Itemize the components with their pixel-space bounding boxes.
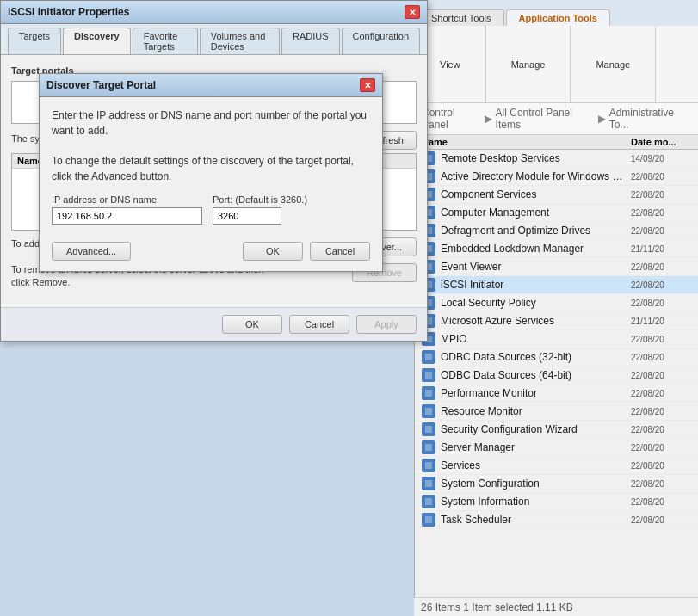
address-part2[interactable]: All Control Panel Items — [496, 107, 595, 131]
item-icon-14 — [422, 404, 435, 418]
svg-rect-12 — [425, 372, 432, 379]
item-date-16: 22/08/20 — [631, 443, 691, 453]
list-item[interactable]: ODBC Data Sources (64-bit) 22/08/20 — [415, 367, 698, 385]
item-date-3: 22/08/20 — [631, 208, 691, 218]
dialog-title: Discover Target Portal — [46, 79, 156, 91]
svg-rect-19 — [425, 498, 432, 505]
item-icon-16 — [422, 440, 435, 454]
status-bar: 26 Items 1 Item selected 1.11 KB — [414, 597, 698, 616]
iscsi-tab-favorite-targets[interactable]: Favorite Targets — [133, 28, 198, 54]
item-name-13: Performance Monitor — [441, 387, 626, 399]
dialog-footer-right: OK Cancel — [243, 242, 370, 261]
item-name-18: System Configuration — [441, 477, 626, 490]
svg-rect-14 — [425, 408, 432, 415]
dialog-body: Enter the IP address or DNS name and por… — [40, 97, 382, 271]
item-date-10: 22/08/20 — [631, 335, 691, 344]
svg-rect-18 — [425, 480, 432, 487]
iscsi-ok-btn[interactable]: OK — [222, 315, 282, 334]
address-bar: Control Panel ▶ All Control Panel Items … — [415, 103, 698, 135]
manage-group-2: Manage — [571, 26, 656, 103]
dialog-ok-btn[interactable]: OK — [243, 242, 303, 261]
list-item[interactable]: Task Scheduler 22/08/20 — [415, 511, 698, 529]
list-item[interactable]: Event Viewer 22/08/20 — [415, 258, 698, 276]
iscsi-tab-configuration[interactable]: Configuration — [342, 28, 420, 54]
list-item[interactable]: Computer Management 22/08/20 — [415, 204, 698, 222]
list-item[interactable]: Defragment and Optimize Drives 22/08/20 — [415, 222, 698, 240]
list-header: Name Date mo... — [415, 135, 698, 150]
item-name-15: Security Configuration Wizard — [441, 423, 626, 435]
dialog-titlebar: Discover Target Portal ✕ — [40, 74, 382, 97]
iscsi-tab-targets[interactable]: Targets — [8, 28, 61, 54]
list-item[interactable]: Active Directory Module for Windows Po..… — [415, 168, 698, 186]
item-icon-15 — [422, 422, 435, 436]
col-name-header[interactable]: Name — [422, 137, 631, 147]
item-icon-19 — [422, 495, 435, 508]
item-name-8: Local Security Policy — [441, 297, 626, 309]
list-item[interactable]: Embedded Lockdown Manager 21/11/20 — [415, 240, 698, 258]
list-item[interactable]: ODBC Data Sources (32-bit) 22/08/20 — [415, 348, 698, 367]
item-name-6: Event Viewer — [441, 261, 626, 273]
item-date-14: 22/08/20 — [631, 407, 691, 416]
ip-label: IP address or DNS name: — [52, 194, 202, 205]
address-arrow1: ▶ — [485, 113, 492, 125]
list-item[interactable]: MPIO 22/08/20 — [415, 330, 698, 348]
item-name-2: Component Services — [441, 188, 626, 200]
item-date-9: 21/11/20 — [631, 317, 691, 326]
item-date-15: 22/08/20 — [631, 425, 691, 434]
list-item[interactable]: Services 22/08/20 — [415, 457, 698, 475]
dialog-fields: IP address or DNS name: Port: (Default i… — [52, 194, 370, 225]
ribbon-tabs: Shortcut Tools Application Tools — [415, 0, 698, 26]
list-item[interactable]: System Information 22/08/20 — [415, 493, 698, 511]
iscsi-tab-volumes-and-devices[interactable]: Volumes and Devices — [200, 28, 280, 54]
manage-btn-2[interactable]: Manage — [588, 57, 638, 72]
list-item[interactable]: Local Security Policy 22/08/20 — [415, 294, 698, 312]
port-input[interactable] — [213, 207, 281, 225]
item-name-14: Resource Monitor — [441, 405, 626, 417]
svg-rect-17 — [425, 462, 432, 469]
dialog-close-btn[interactable]: ✕ — [360, 78, 375, 92]
item-name-1: Active Directory Module for Windows Po..… — [441, 170, 626, 182]
item-name-5: Embedded Lockdown Manager — [441, 243, 626, 255]
item-date-12: 22/08/20 — [631, 371, 691, 380]
dialog-instructions: Enter the IP address or DNS name and por… — [52, 108, 370, 184]
iscsi-tabs: TargetsDiscoveryFavorite TargetsVolumes … — [1, 24, 427, 55]
item-icon-18 — [422, 477, 435, 490]
col-date-header[interactable]: Date mo... — [631, 137, 691, 147]
item-icon-11 — [422, 350, 435, 364]
list-item[interactable]: Remote Desktop Services 14/09/20 — [415, 150, 698, 168]
list-item[interactable]: Performance Monitor 22/08/20 — [415, 385, 698, 403]
iscsi-cancel-btn[interactable]: Cancel — [289, 315, 349, 334]
iscsi-apply-btn[interactable]: Apply — [356, 315, 417, 334]
iscsi-tab-discovery[interactable]: Discovery — [63, 28, 131, 54]
dialog-cancel-btn[interactable]: Cancel — [310, 242, 370, 261]
svg-rect-11 — [425, 354, 432, 360]
address-arrow2: ▶ — [598, 113, 606, 125]
application-tools-tab[interactable]: Application Tools — [506, 9, 610, 26]
admin-tools-list: Remote Desktop Services 14/09/20 Active … — [415, 150, 698, 529]
item-icon-20 — [422, 513, 435, 527]
list-item[interactable]: Security Configuration Wizard 22/08/20 — [415, 421, 698, 439]
list-item[interactable]: iSCSI Initiator 22/08/20 — [415, 276, 698, 294]
iscsi-close-btn[interactable]: ✕ — [405, 5, 420, 19]
shortcut-tools-tab[interactable]: Shortcut Tools — [418, 9, 504, 26]
item-date-17: 22/08/20 — [631, 461, 691, 471]
ip-input[interactable] — [52, 207, 202, 225]
item-icon-12 — [422, 368, 435, 382]
advanced-button[interactable]: Advanced... — [52, 242, 131, 261]
view-btn[interactable]: View — [432, 57, 468, 72]
manage-btn-1[interactable]: Manage — [503, 57, 553, 72]
item-name-16: Server Manager — [441, 441, 626, 453]
address-part1[interactable]: Control Panel — [422, 107, 481, 131]
list-item[interactable]: Server Manager 22/08/20 — [415, 439, 698, 457]
svg-rect-13 — [425, 390, 432, 397]
list-item[interactable]: Component Services 22/08/20 — [415, 186, 698, 204]
list-item[interactable]: Microsoft Azure Services 21/11/20 — [415, 312, 698, 330]
list-item[interactable]: System Configuration 22/08/20 — [415, 475, 698, 493]
item-date-13: 22/08/20 — [631, 389, 691, 398]
item-name-17: Services — [441, 459, 626, 471]
iscsi-tab-radius[interactable]: RADIUS — [281, 28, 340, 54]
item-name-11: ODBC Data Sources (32-bit) — [441, 351, 626, 363]
address-part3[interactable]: Administrative To... — [609, 107, 691, 131]
list-item[interactable]: Resource Monitor 22/08/20 — [415, 403, 698, 421]
item-date-8: 22/08/20 — [631, 299, 691, 308]
